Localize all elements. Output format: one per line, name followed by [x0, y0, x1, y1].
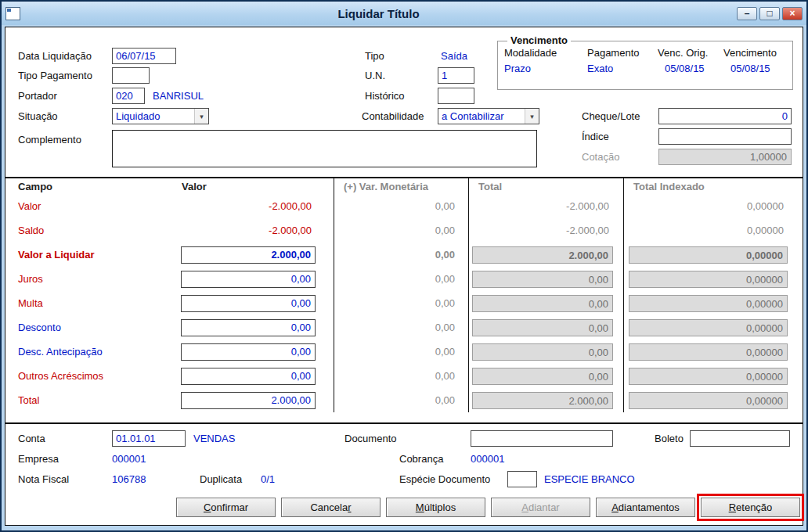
desc-antecipacao-var: 0,00 [435, 346, 455, 358]
cotacao-label: Cotação [582, 151, 619, 163]
saldo-indexado: 0,00000 [747, 225, 784, 236]
multa-indexado: 0,00000 [629, 295, 788, 312]
cheque-lote-label: Cheque/Lote [582, 110, 640, 122]
juros-var: 0,00 [435, 273, 455, 285]
adiantar-button: Adiantar [491, 498, 590, 517]
situacao-value: Liquidado [113, 110, 194, 122]
multa-total: 0,00 [472, 295, 613, 312]
boleto-input[interactable] [690, 430, 790, 447]
valor-a-liquidar-indexado: 0,00000 [629, 246, 788, 264]
conta-input[interactable] [112, 430, 186, 447]
grid-label-multa: Multa [5, 291, 179, 315]
juros-input[interactable] [181, 271, 316, 288]
multa-input[interactable] [181, 295, 316, 312]
adiantamentos-button[interactable]: Adiantamentos [596, 498, 695, 517]
grid-header-valor: Valor [179, 178, 334, 194]
situacao-select[interactable]: Liquidado ▾ [112, 108, 209, 124]
especie-documento-input[interactable] [507, 471, 537, 487]
duplicata-label: Duplicata [200, 473, 242, 485]
vencimento-value: 05/08/15 [730, 63, 770, 74]
indice-label: Índice [582, 131, 609, 142]
un-input[interactable] [438, 67, 474, 84]
total-input[interactable] [181, 392, 316, 409]
cobranca-value: 000001 [471, 453, 504, 465]
desc-antecipacao-total: 0,00 [472, 343, 613, 361]
portador-input[interactable] [112, 88, 145, 104]
vencimento-label: Vencimento [723, 47, 777, 59]
juros-indexado: 0,00000 [629, 271, 788, 288]
outros-acrescimos-var: 0,00 [435, 370, 455, 382]
desconto-indexado: 0,00000 [629, 319, 788, 336]
pagamento-label: Pagamento [587, 47, 640, 59]
conta-label: Conta [18, 433, 45, 444]
valor-var: 0,00 [435, 200, 455, 212]
grid-label-valor: Valor [5, 194, 179, 218]
separator-line [5, 422, 803, 424]
retencao-button[interactable]: Retenção [701, 498, 800, 517]
values-grid: Campo Valor (+) Var. Monetária Total Tot… [5, 178, 803, 412]
dialog-window: Liquidar Título – □ × Data Liquidação Ti… [0, 0, 808, 532]
tipo-value: Saída [441, 50, 467, 62]
indice-input[interactable] [658, 128, 792, 145]
close-button[interactable]: × [782, 7, 803, 20]
documento-label: Documento [344, 433, 396, 444]
venc-orig-value: 05/08/15 [665, 63, 705, 74]
tipo-label: Tipo [365, 50, 384, 62]
window-controls: – □ × [737, 7, 803, 20]
app-icon [5, 7, 20, 20]
desconto-input[interactable] [181, 319, 316, 336]
cheque-lote-input[interactable] [658, 108, 792, 124]
multiplos-button[interactable]: Múltiplos [386, 498, 485, 517]
chevron-down-icon[interactable]: ▾ [525, 109, 539, 124]
valor-valor: -2.000,00 [269, 200, 312, 212]
total-var: 0,00 [435, 394, 455, 406]
confirmar-button[interactable]: Confirmar [176, 498, 276, 517]
window-title: Liquidar Título [20, 7, 737, 20]
complemento-textarea[interactable] [112, 130, 537, 167]
dialog-content: Data Liquidação Tipo Pagamento Portador … [5, 27, 803, 526]
valor-a-liquidar-input[interactable] [181, 246, 316, 264]
title-bar[interactable]: Liquidar Título – □ × [2, 2, 806, 25]
vencimento-group-title: Vencimento [507, 34, 571, 46]
outros-acrescimos-total: 0,00 [472, 368, 613, 385]
juros-total: 0,00 [472, 271, 613, 288]
saldo-total: -2.000,00 [566, 225, 609, 236]
outros-acrescimos-indexado: 0,00000 [629, 368, 788, 385]
tipo-pagamento-input[interactable] [112, 67, 150, 84]
cancelar-button[interactable]: Cancelar [281, 498, 381, 517]
pagamento-value: Exato [587, 63, 613, 74]
grid-header-var-monetaria: (+) Var. Monetária [334, 178, 468, 194]
historico-input[interactable] [438, 88, 474, 104]
minimize-button[interactable]: – [737, 7, 757, 20]
grid-header-total: Total [468, 178, 623, 194]
outros-acrescimos-input[interactable] [181, 368, 316, 385]
data-liquidacao-input[interactable] [112, 48, 176, 64]
boleto-label: Boleto [655, 433, 684, 444]
grid-label-juros: Juros [5, 267, 179, 291]
button-row: Confirmar Cancelar Múltiplos Adiantar Ad… [176, 498, 800, 517]
desconto-var: 0,00 [435, 322, 455, 333]
valor-indexado: 0,00000 [747, 200, 784, 212]
un-label: U.N. [365, 70, 385, 81]
total-total: 2.000,00 [472, 392, 613, 409]
multa-var: 0,00 [435, 297, 455, 309]
grid-label-saldo: Saldo [5, 218, 179, 243]
especie-documento-name: ESPECIE BRANCO [544, 473, 635, 485]
total-indexado: 0,00000 [629, 392, 788, 409]
modalidade-value: Prazo [504, 63, 531, 74]
desc-antecipacao-input[interactable] [181, 343, 316, 361]
grid-label-desconto: Desconto [5, 315, 179, 340]
cobranca-label: Cobrança [399, 453, 443, 465]
maximize-button[interactable]: □ [759, 7, 780, 20]
grid-label-outros-acrescimos: Outros Acréscimos [5, 364, 179, 388]
saldo-var: 0,00 [435, 225, 455, 236]
grid-label-total: Total [5, 388, 179, 412]
desconto-total: 0,00 [472, 319, 613, 336]
data-liquidacao-label: Data Liquidação [18, 50, 92, 62]
contabilidade-select[interactable]: a Contabilizar ▾ [438, 108, 539, 124]
chevron-down-icon[interactable]: ▾ [194, 109, 208, 124]
conta-name: VENDAS [193, 433, 235, 444]
grid-label-desc-antecipacao: Desc. Antecipação [5, 340, 179, 364]
historico-label: Histórico [365, 90, 405, 102]
documento-input[interactable] [471, 430, 613, 447]
